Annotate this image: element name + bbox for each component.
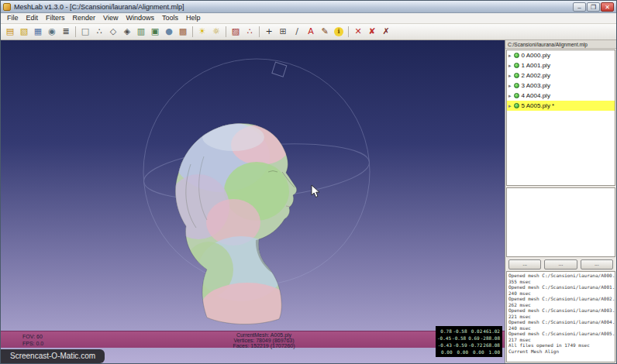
point-picking-icon: + [265,26,272,38]
layer-item[interactable]: ▸0 A000.ply [507,50,615,60]
layer-visibility-icon[interactable] [514,103,519,108]
log-output: Opened mesh C:/Scansioni/laurana/A000.pl… [506,271,615,362]
screencast-watermark: Screencast-O-Matic.com [1,349,105,363]
light-toggle-icon[interactable]: ☀ [195,25,209,39]
expand-arrow-icon[interactable]: ▸ [508,83,512,89]
panel-button-2[interactable]: ... [544,259,577,270]
text-annotation-icon: A [308,26,314,38]
delete-mesh-icon: ✘ [368,26,375,38]
smooth-render-icon[interactable]: ● [162,25,176,39]
delete-mesh-icon[interactable]: ✘ [365,25,379,39]
layer-visibility-icon[interactable] [514,93,519,98]
expand-arrow-icon[interactable]: ▸ [508,103,512,109]
freeze-matrix-icon[interactable]: ✗ [379,25,393,39]
log-line: All files opened in 1749 msec [508,342,613,349]
panel-button-3[interactable]: ... [581,259,613,270]
layer-item[interactable]: ▸5 A005.ply * [507,101,615,111]
layer-item[interactable]: ▸1 A001.ply [507,60,615,70]
current-mesh-label: CurrentMesh: A005.ply [173,332,355,338]
toolbar-separator [75,26,76,37]
menu-tools[interactable]: Tools [158,13,182,23]
flat-render-icon[interactable]: ▣ [148,25,162,39]
title-bar[interactable]: MeshLab v1.3.0 - [C:/Scansioni/laurana/A… [1,1,616,13]
matrix-row: -0.43-0.59-0.72268.08 [437,342,501,349]
expand-arrow-icon[interactable]: ▸ [508,73,512,79]
unglue-mesh-icon[interactable]: ✕ [351,25,365,39]
select-faces-icon[interactable]: ▨ [229,25,243,39]
close-button[interactable]: ✕ [601,2,614,12]
hidden-lines-render-icon[interactable]: ◈ [120,25,134,39]
mesh-matrix-panel: 0.78-0.580.02461.02-0.45-0.580.69-288.08… [436,326,502,357]
save-snapshot-icon[interactable]: ◉ [45,25,59,39]
text-annotation-icon[interactable]: A [304,25,318,39]
faces-label: Faces: 152219 (1707260) [173,343,355,349]
3d-viewport[interactable]: FOV: 60 FPS: 0.0 CurrentMesh: A005.ply V… [1,40,505,363]
menu-edit[interactable]: Edit [22,13,43,23]
laurana-bust-mesh [1,40,505,363]
layer-item[interactable]: ▸4 A004.ply [507,91,615,101]
expand-arrow-icon[interactable]: ▸ [508,53,512,59]
restore-button[interactable]: ❐ [587,2,600,12]
wireframe-render-icon: ◇ [110,26,116,38]
layer-name: 2 A002.ply [522,72,550,79]
window-title: MeshLab v1.3.0 - [C:/Scansioni/laurana/A… [14,3,573,11]
zpaint-icon[interactable]: ✎ [318,25,332,39]
toolbar-separator [192,26,193,37]
layer-name: 1 A001.ply [522,62,550,69]
layer-visibility-icon[interactable] [514,73,519,78]
import-mesh-icon[interactable]: ▧ [17,25,31,39]
wireframe-render-icon[interactable]: ◇ [106,25,120,39]
mouse-cursor [311,184,322,198]
menu-view[interactable]: View [99,13,122,23]
points-render-icon[interactable]: ∴ [92,25,106,39]
layer-item[interactable]: ▸2 A002.ply [507,70,615,81]
open-project-icon[interactable]: ▤ [3,25,17,39]
select-vertices-icon[interactable]: ∴ [243,25,257,39]
texture-render-icon[interactable]: ▩ [176,25,190,39]
align-tool-icon[interactable]: ⊞ [276,25,290,39]
save-snapshot-icon: ◉ [48,26,56,38]
matrix-row: 0.78-0.580.02461.02 [437,328,501,335]
expand-arrow-icon[interactable]: ▸ [508,93,512,99]
log-line: 217 msec [508,337,613,343]
menu-windows[interactable]: Windows [122,13,158,23]
texture-render-icon: ▩ [179,26,187,38]
log-line: Current Mesh Align [508,349,613,355]
zpaint-icon: ✎ [321,26,328,38]
select-faces-icon: ▨ [232,26,240,38]
panel-button-1[interactable]: ... [508,259,541,270]
info-icon: ℹ [334,27,343,36]
bbox-render-icon[interactable]: □ [78,25,92,39]
freeze-matrix-icon: ✗ [382,26,389,38]
save-project-icon[interactable]: ▦ [31,25,45,39]
log-line: Opened mesh C:/Scansioni/laurana/A004.pl… [508,319,613,325]
minimize-button[interactable]: – [573,2,586,12]
layer-visibility-icon[interactable] [514,53,519,58]
show-layer-dialog-icon[interactable]: ≣ [59,25,73,39]
log-line: 221 msec [508,314,613,320]
menu-render[interactable]: Render [69,13,100,23]
info-icon[interactable]: ℹ [332,25,346,39]
panel-buttons: ......... [505,258,616,270]
matrix-value: 0.02 [468,328,484,335]
flat-lines-render-icon[interactable]: ▥ [134,25,148,39]
light-toggle-icon: ☀ [198,26,206,38]
menu-filters[interactable]: Filters [42,13,69,23]
project-path: C:/Scansioni/laurana/Alignment.mlp [505,40,616,49]
measure-tool-icon[interactable]: ∕ [290,25,304,39]
camera-info: FOV: 60 FPS: 0.0 [22,333,43,347]
layer-visibility-icon[interactable] [514,83,519,88]
layer-visibility-icon[interactable] [514,63,519,68]
layer-item[interactable]: ▸3 A003.ply [507,81,615,91]
menu-file[interactable]: File [3,13,22,23]
matrix-value: -0.43 [437,342,453,349]
matrix-value: 0.69 [467,335,481,342]
trackball-handle [272,62,287,77]
point-picking-icon[interactable]: + [262,25,276,39]
matrix-value: 0.00 [469,349,485,355]
hidden-lines-render-icon: ◈ [124,26,130,38]
expand-arrow-icon[interactable]: ▸ [508,63,512,69]
menu-help[interactable]: Help [182,13,205,23]
fancy-light-icon[interactable]: ☼ [209,25,223,39]
log-line: 355 msec [508,279,613,285]
